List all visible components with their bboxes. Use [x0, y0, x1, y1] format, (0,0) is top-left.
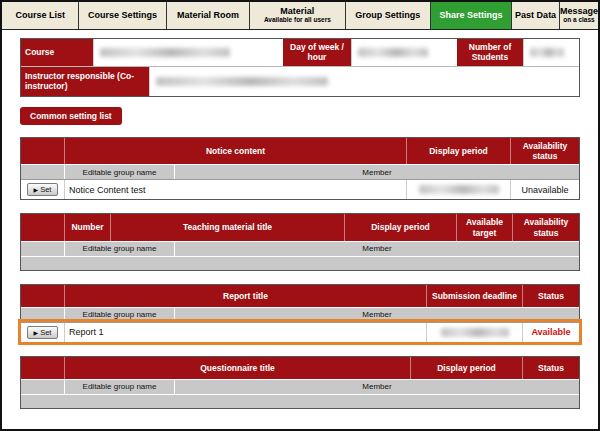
- notice-status-cell: Unavailable: [511, 180, 579, 199]
- tab-bar: Course List Course Settings Material Roo…: [2, 2, 598, 30]
- questionnaire-editable-group-label: Editable group name: [65, 380, 175, 394]
- material-editable-group-label: Editable group name: [65, 242, 175, 256]
- material-table: Number Teaching material title Display p…: [20, 213, 580, 270]
- notice-table-header: Notice content Display period Availabili…: [21, 138, 579, 164]
- report-member-label: Member: [175, 308, 579, 322]
- report-title-cell: Report 1: [65, 323, 427, 342]
- redacted-notice-period: [419, 185, 499, 194]
- notice-display-period-col-header: Display period: [407, 138, 511, 164]
- report-set-col-header: [21, 285, 65, 307]
- instructor-label: Instructor responsible (Co-instructor): [21, 67, 149, 96]
- redacted-day-value: [358, 48, 428, 57]
- tab-course-list[interactable]: Course List: [2, 2, 79, 29]
- notice-content-col-header: Notice content: [65, 138, 407, 164]
- questionnaire-table-header: Questionnaire title Display period Statu…: [21, 357, 579, 379]
- tab-past-data[interactable]: Past Data: [512, 2, 560, 29]
- number-of-students-value: [523, 39, 579, 66]
- questionnaire-empty-row: [21, 394, 579, 408]
- material-availability-status-col-header: Availability status: [513, 214, 579, 240]
- material-table-header: Number Teaching material title Display p…: [21, 214, 579, 240]
- day-of-week-label: Day of week / hour: [283, 39, 351, 66]
- questionnaire-table: Questionnaire title Display period Statu…: [20, 356, 580, 409]
- tab-material-room[interactable]: Material Room: [167, 2, 250, 29]
- notice-title-cell: Notice Content test: [65, 180, 407, 199]
- number-of-students-label: Number of Students: [457, 39, 523, 66]
- questionnaire-display-period-col-header: Display period: [411, 357, 523, 379]
- common-setting-list-badge: Common setting list: [20, 107, 122, 125]
- questionnaire-subheader-row: Editable group name Member: [21, 379, 579, 394]
- notice-table-row: ▶ Set Notice Content test Unavailable: [21, 179, 579, 199]
- instructor-value: [149, 67, 579, 96]
- redacted-course-value: [100, 48, 230, 57]
- redacted-students-value: [530, 48, 564, 57]
- material-subheader-spacer: [21, 242, 65, 256]
- notice-set-button[interactable]: ▶ Set: [27, 183, 59, 196]
- report-title-col-header: Report title: [65, 285, 427, 307]
- report-editable-group-label: Editable group name: [65, 308, 175, 322]
- material-available-target-col-header: Available target: [457, 214, 513, 240]
- play-icon: ▶: [34, 186, 39, 193]
- course-value: [93, 39, 283, 66]
- report-status-cell: Available: [523, 323, 579, 342]
- questionnaire-set-col-header: [21, 357, 65, 379]
- report-status-col-header: Status: [523, 285, 579, 307]
- material-subheader-row: Editable group name Member: [21, 241, 579, 256]
- report-submission-deadline-col-header: Submission deadline: [427, 285, 523, 307]
- notice-table: Notice content Display period Availabili…: [20, 137, 580, 200]
- notice-set-col-header: [21, 138, 65, 164]
- redacted-instructor-value: [156, 77, 328, 86]
- redacted-report-deadline: [441, 328, 509, 337]
- report-subheader-spacer: [21, 308, 65, 322]
- notice-availability-status-col-header: Availability status: [511, 138, 579, 164]
- material-number-col-header: Number: [65, 214, 111, 240]
- day-of-week-value: [351, 39, 457, 66]
- course-label: Course: [21, 39, 93, 66]
- tab-course-settings[interactable]: Course Settings: [79, 2, 166, 29]
- tab-message[interactable]: Message on a class: [560, 2, 598, 29]
- play-icon: ▶: [34, 329, 39, 336]
- report-table-header: Report title Submission deadline Status: [21, 285, 579, 307]
- notice-member-label: Member: [175, 165, 579, 179]
- tab-group-settings[interactable]: Group Settings: [346, 2, 431, 29]
- course-info-row: Course Day of week / hour Number of Stud…: [21, 39, 579, 66]
- tab-material-all-users[interactable]: Material Available for all users: [250, 2, 345, 29]
- report-set-button[interactable]: ▶ Set: [27, 326, 59, 339]
- report-table-row-highlighted: ▶ Set Report 1 Available: [21, 322, 579, 342]
- material-empty-row: [21, 256, 579, 270]
- material-member-label: Member: [175, 242, 579, 256]
- questionnaire-member-label: Member: [175, 380, 579, 394]
- notice-subheader-spacer: [21, 165, 65, 179]
- main-content: Course Day of week / hour Number of Stud…: [2, 30, 598, 409]
- report-subheader-row: Editable group name Member: [21, 307, 579, 322]
- material-title-col-header: Teaching material title: [111, 214, 345, 240]
- report-deadline-cell: [427, 323, 523, 342]
- report-set-cell: ▶ Set: [21, 323, 65, 342]
- notice-period-cell: [407, 180, 511, 199]
- app-window: Course List Course Settings Material Roo…: [0, 0, 600, 431]
- questionnaire-title-col-header: Questionnaire title: [65, 357, 411, 379]
- questionnaire-subheader-spacer: [21, 380, 65, 394]
- report-table: Report title Submission deadline Status …: [20, 284, 580, 343]
- tab-share-settings[interactable]: Share Settings: [431, 2, 512, 29]
- notice-editable-group-label: Editable group name: [65, 165, 175, 179]
- course-info-table: Course Day of week / hour Number of Stud…: [20, 38, 580, 97]
- instructor-row: Instructor responsible (Co-instructor): [21, 66, 579, 96]
- notice-set-cell: ▶ Set: [21, 180, 65, 199]
- notice-subheader-row: Editable group name Member: [21, 164, 579, 179]
- questionnaire-status-col-header: Status: [523, 357, 579, 379]
- material-set-col-header: [21, 214, 65, 240]
- material-display-period-col-header: Display period: [345, 214, 457, 240]
